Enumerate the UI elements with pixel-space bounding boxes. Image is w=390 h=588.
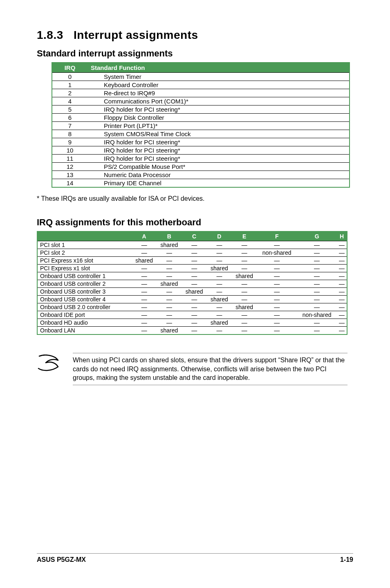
table-row: 7Printer Port (LPT1)* bbox=[52, 122, 350, 130]
assignment-cell: — bbox=[232, 319, 257, 327]
irq-cell: 10 bbox=[52, 146, 87, 155]
assignment-cell: — bbox=[257, 280, 297, 288]
assignment-cell: — bbox=[297, 272, 337, 280]
mb-header-cell: H bbox=[337, 231, 347, 241]
assignment-cell: — bbox=[297, 327, 337, 335]
assignment-cell: shared bbox=[232, 272, 257, 280]
table-row: 9IRQ holder for PCI steering* bbox=[52, 138, 350, 146]
func-cell: Keyboard Controller bbox=[87, 81, 350, 89]
irq-cell: 13 bbox=[52, 171, 87, 179]
subheading-standard: Standard interrupt assignments bbox=[37, 48, 353, 59]
device-name-cell: PCI Express x16 slot bbox=[37, 257, 132, 265]
assignment-cell: — bbox=[182, 327, 207, 335]
callout-note: When using PCI cards on shared slots, en… bbox=[37, 353, 347, 385]
func-cell: IRQ holder for PCI steering* bbox=[87, 105, 350, 114]
assignment-cell: — bbox=[257, 296, 297, 303]
assignment-cell: — bbox=[132, 288, 157, 296]
table-row: 1Keyboard Controller bbox=[52, 81, 350, 89]
assignment-cell: shared bbox=[207, 296, 232, 303]
device-name-cell: Onboard HD audio bbox=[37, 319, 132, 327]
table-row: 0System Timer bbox=[52, 73, 350, 81]
assignment-cell: — bbox=[337, 303, 347, 311]
func-cell: IRQ holder for PCI steering* bbox=[87, 146, 350, 155]
assignment-cell: shared bbox=[232, 303, 257, 311]
assignment-cell: — bbox=[232, 249, 257, 257]
device-name-cell: Onboard IDE port bbox=[37, 311, 132, 319]
note-icon bbox=[37, 353, 61, 374]
irq-cell: 8 bbox=[52, 130, 87, 138]
func-cell: Communications Port (COM1)* bbox=[87, 97, 350, 105]
table-row: 11IRQ holder for PCI steering* bbox=[52, 155, 350, 163]
assignment-cell: — bbox=[207, 241, 232, 249]
device-name-cell: Onboard USB 2.0 controller bbox=[37, 303, 132, 311]
assignment-cell: — bbox=[157, 296, 182, 303]
func-cell: IRQ holder for PCI steering* bbox=[87, 138, 350, 146]
table-row: 4Communications Port (COM1)* bbox=[52, 97, 350, 105]
assignment-cell: — bbox=[132, 265, 157, 272]
assignment-cell: — bbox=[182, 311, 207, 319]
mb-header-cell: G bbox=[297, 231, 337, 241]
assignment-cell: — bbox=[297, 265, 337, 272]
assignment-cell: — bbox=[157, 272, 182, 280]
assignment-cell: — bbox=[337, 311, 347, 319]
assignment-cell: — bbox=[157, 319, 182, 327]
assignment-cell: shared bbox=[182, 288, 207, 296]
assignment-cell: — bbox=[232, 327, 257, 335]
assignment-cell: — bbox=[157, 249, 182, 257]
table-row: Onboard LAN—shared—————— bbox=[37, 327, 347, 335]
table-row: 2Re-direct to IRQ#9 bbox=[52, 89, 350, 97]
table-row: PCI slot 2—————non-shared—— bbox=[37, 249, 347, 257]
func-cell: Numeric Data Processor bbox=[87, 171, 350, 179]
func-cell: PS/2 Compatible Mouse Port* bbox=[87, 163, 350, 171]
irq-cell: 0 bbox=[52, 73, 87, 81]
mb-header-cell: F bbox=[257, 231, 297, 241]
mb-header-cell: C bbox=[182, 231, 207, 241]
assignment-cell: — bbox=[232, 288, 257, 296]
irq-cell: 9 bbox=[52, 138, 87, 146]
assignment-cell: — bbox=[257, 272, 297, 280]
assignment-cell: shared bbox=[157, 280, 182, 288]
mb-header-cell: B bbox=[157, 231, 182, 241]
assignment-cell: — bbox=[297, 288, 337, 296]
func-cell: Primary IDE Channel bbox=[87, 179, 350, 188]
assignment-cell: — bbox=[182, 280, 207, 288]
assignment-cell: — bbox=[157, 265, 182, 272]
assignment-cell: — bbox=[257, 327, 297, 335]
assignment-cell: — bbox=[337, 280, 347, 288]
assignment-cell: — bbox=[257, 241, 297, 249]
irq-cell: 6 bbox=[52, 114, 87, 122]
subheading-motherboard: IRQ assignments for this motherboard bbox=[37, 217, 353, 228]
assignment-cell: — bbox=[297, 249, 337, 257]
assignment-cell: shared bbox=[157, 327, 182, 335]
assignment-cell: — bbox=[182, 319, 207, 327]
assignment-cell: — bbox=[337, 288, 347, 296]
func-cell: Re-direct to IRQ#9 bbox=[87, 89, 350, 97]
assignment-cell: — bbox=[257, 265, 297, 272]
irq-cell: 11 bbox=[52, 155, 87, 163]
assignment-cell: non-shared bbox=[297, 311, 337, 319]
assignment-cell: — bbox=[182, 249, 207, 257]
assignment-cell: — bbox=[337, 241, 347, 249]
assignment-cell: — bbox=[337, 319, 347, 327]
assignment-cell: — bbox=[182, 303, 207, 311]
func-cell: System Timer bbox=[87, 73, 350, 81]
device-name-cell: Onboard USB controller 2 bbox=[37, 280, 132, 288]
table-row: Onboard USB controller 3——shared————— bbox=[37, 288, 347, 296]
irq-cell: 5 bbox=[52, 105, 87, 114]
func-cell: IRQ holder for PCI steering* bbox=[87, 155, 350, 163]
assignment-cell: — bbox=[157, 311, 182, 319]
device-name-cell: Onboard USB controller 3 bbox=[37, 288, 132, 296]
irq-cell: 14 bbox=[52, 179, 87, 188]
assignment-cell: — bbox=[297, 319, 337, 327]
assignment-cell: — bbox=[257, 303, 297, 311]
std-footnote: * These IRQs are usually available for I… bbox=[37, 195, 353, 202]
func-cell: Floppy Disk Controller bbox=[87, 114, 350, 122]
assignment-cell: — bbox=[337, 249, 347, 257]
table-row: 12PS/2 Compatible Mouse Port* bbox=[52, 163, 350, 171]
table-row: Onboard IDE port——————non-shared— bbox=[37, 311, 347, 319]
std-header-func: Standard Function bbox=[87, 63, 350, 73]
assignment-cell: — bbox=[157, 288, 182, 296]
assignment-cell: — bbox=[232, 265, 257, 272]
assignment-cell: — bbox=[337, 257, 347, 265]
assignment-cell: — bbox=[257, 311, 297, 319]
